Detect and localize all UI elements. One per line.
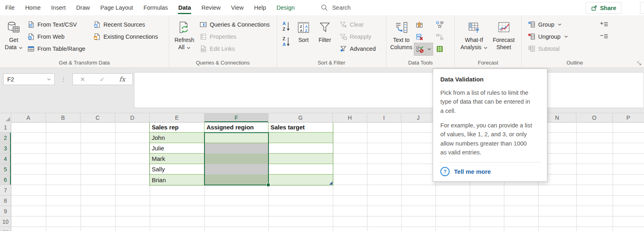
row-header-8[interactable]: 8 — [0, 196, 11, 206]
share-button[interactable]: Share — [586, 2, 621, 14]
row-header-7[interactable]: 7 — [0, 185, 11, 196]
column-header-p[interactable]: P — [613, 113, 644, 123]
data-validation-icon-area[interactable] — [414, 44, 425, 55]
cell-f5[interactable] — [204, 164, 268, 175]
cell-e3[interactable]: Julie — [150, 143, 204, 154]
column-header-e[interactable]: E — [150, 113, 204, 123]
sort-button[interactable]: ZAAZ Sort — [293, 18, 314, 44]
table-header-assigned-region[interactable]: Assigned region — [204, 122, 268, 133]
column-header-a[interactable]: A — [11, 113, 46, 123]
get-data-button[interactable]: Get Data — [2, 18, 25, 51]
name-box[interactable]: F2 — [3, 73, 55, 85]
hide-detail-button[interactable] — [599, 31, 610, 43]
cell-f6[interactable] — [204, 175, 268, 185]
enter-button[interactable]: ✓ — [100, 76, 105, 83]
tab-view[interactable]: View — [226, 0, 249, 15]
fill-handle[interactable] — [266, 183, 270, 187]
tab-help[interactable]: Help — [249, 0, 271, 15]
table-header-sales-rep[interactable]: Sales rep — [150, 122, 204, 133]
group-button[interactable]: Group — [526, 19, 570, 31]
tab-formulas[interactable]: Formulas — [138, 0, 173, 15]
cell-g3[interactable] — [268, 143, 333, 154]
column-header-g[interactable]: G — [268, 113, 333, 123]
cell-g2[interactable] — [268, 133, 333, 143]
select-all-corner[interactable] — [0, 113, 11, 123]
cell-f3[interactable] — [204, 143, 268, 154]
queries-connections-button[interactable]: Queries & Connections — [197, 19, 272, 31]
cell-g5[interactable] — [268, 164, 333, 175]
column-header-j[interactable]: J — [401, 113, 436, 123]
filter-button[interactable]: Filter — [314, 18, 336, 44]
relationships-button[interactable] — [434, 31, 445, 43]
advanced-filter-button[interactable]: Advanced — [337, 43, 378, 55]
from-web-button[interactable]: From Web — [25, 31, 88, 43]
row-header-10[interactable]: 10 — [0, 216, 11, 227]
tab-insert[interactable]: Insert — [46, 0, 71, 15]
refresh-all-button[interactable]: Refresh All — [171, 18, 197, 51]
formula-input[interactable] — [134, 72, 644, 108]
row-header-6[interactable]: 6 — [0, 175, 11, 185]
reapply-filter-button[interactable]: Reapply — [337, 31, 378, 43]
column-header-b[interactable]: B — [46, 113, 80, 123]
properties-button[interactable]: Properties — [197, 31, 272, 43]
from-table-range-button[interactable]: From Table/Range — [25, 43, 88, 55]
cell-e2[interactable]: John — [150, 133, 204, 143]
flash-fill-button[interactable] — [414, 19, 425, 31]
column-header-f[interactable]: F — [204, 113, 268, 123]
row-header-3[interactable]: 3 — [0, 143, 11, 154]
data-validation-dropdown[interactable] — [425, 44, 433, 55]
comments-button-partial[interactable] — [640, 2, 644, 14]
data-validation-button[interactable] — [414, 43, 433, 56]
row-header-2[interactable]: 2 — [0, 133, 11, 143]
tab-design[interactable]: Design — [271, 0, 300, 15]
text-to-columns-button[interactable]: Text to Columns — [389, 18, 414, 51]
remove-duplicates-button[interactable] — [414, 31, 425, 43]
column-header-h[interactable]: H — [333, 113, 367, 123]
show-detail-button[interactable] — [599, 19, 610, 31]
sort-ascending-button[interactable]: AZ — [281, 19, 292, 34]
tab-draw[interactable]: Draw — [71, 0, 95, 15]
forecast-sheet-button[interactable]: Forecast Sheet — [489, 18, 518, 51]
subtotal-button[interactable]: Subtotal — [526, 43, 570, 55]
row-header-1[interactable]: 1 — [0, 122, 11, 133]
outline-dialog-launcher[interactable] — [637, 61, 642, 66]
existing-connections-button[interactable]: Existing Connections — [91, 31, 160, 43]
tab-review[interactable]: Review — [196, 0, 226, 15]
insert-function-button[interactable]: fx — [119, 75, 125, 83]
column-header-c[interactable]: C — [80, 113, 115, 123]
cell-e5[interactable]: Sally — [150, 164, 204, 175]
clear-filter-button[interactable]: Clear — [337, 19, 378, 31]
consolidate-button[interactable] — [434, 19, 445, 31]
what-if-analysis-button[interactable]: ? What-If Analysis — [459, 18, 489, 51]
sort-descending-button[interactable]: ZA — [281, 34, 292, 49]
from-text-csv-button[interactable]: From Text/CSV — [25, 19, 88, 31]
row-header-4[interactable]: 4 — [0, 154, 11, 164]
cell-g6[interactable] — [268, 175, 333, 185]
tab-file[interactable]: File — [0, 0, 20, 15]
row-header-5[interactable]: 5 — [0, 164, 11, 175]
share-label: Share — [600, 5, 616, 11]
column-header-d[interactable]: D — [115, 113, 150, 123]
manage-data-model-button[interactable] — [434, 43, 445, 55]
tab-home[interactable]: Home — [20, 0, 46, 15]
table-header-sales-target[interactable]: Sales target — [268, 122, 333, 133]
edit-links-button[interactable]: Edit Links — [197, 43, 272, 55]
cell-e6[interactable]: Brian — [150, 175, 204, 185]
recent-sources-button[interactable]: Recent Sources — [91, 19, 160, 31]
tab-data[interactable]: Data — [173, 0, 196, 15]
column-header-o[interactable]: O — [576, 113, 613, 123]
tab-page-layout[interactable]: Page Layout — [95, 0, 138, 15]
column-header-i[interactable]: I — [367, 113, 401, 123]
cell-e4[interactable]: Mark — [150, 154, 204, 164]
sort-az-ascending-icon: AZ — [282, 21, 290, 32]
row-header-11[interactable]: 11 — [0, 227, 11, 231]
cell-g4[interactable] — [268, 154, 333, 164]
cell-f2[interactable] — [204, 133, 268, 143]
ungroup-button[interactable]: Ungroup — [526, 31, 570, 43]
cell-f4[interactable] — [204, 154, 268, 164]
from-text-csv-label: From Text/CSV — [37, 21, 77, 28]
search-box[interactable]: Search — [321, 4, 351, 11]
row-header-9[interactable]: 9 — [0, 206, 11, 216]
cancel-button[interactable]: ✕ — [80, 76, 85, 83]
tell-me-more-link[interactable]: ? Tell me more — [440, 167, 540, 176]
